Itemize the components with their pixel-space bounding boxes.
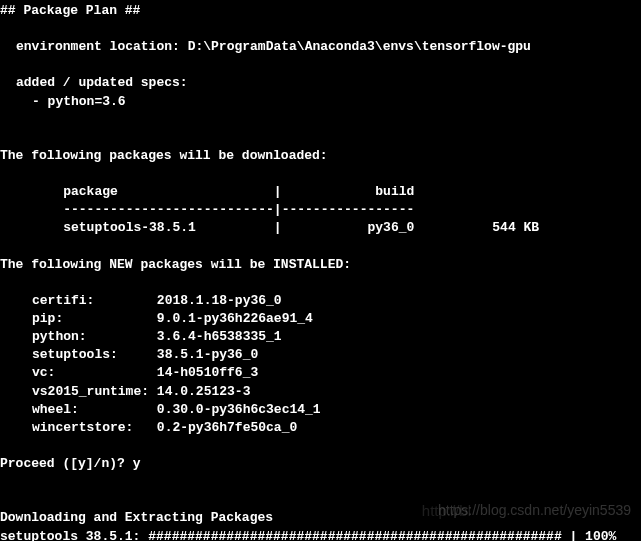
progress-bar: ########################################… <box>148 529 616 541</box>
pkg-name: vs2015_runtime: <box>32 384 149 399</box>
blank <box>0 129 641 147</box>
pkg-name: setuptools: <box>32 347 118 362</box>
pkg-row: wincertstore: 0.2-py36h7fe50ca_0 <box>0 419 641 437</box>
blank <box>0 165 641 183</box>
pkg-ver: 9.0.1-py36h226ae91_4 <box>157 311 313 326</box>
pkg-ver: 0.30.0-py36h6c3ec14_1 <box>157 402 321 417</box>
prompt-text: Proceed ([y]/n)? <box>0 456 133 471</box>
pkg-row: python: 3.6.4-h6538335_1 <box>0 328 641 346</box>
pkg-name: python: <box>32 329 87 344</box>
pkg-row: certifi: 2018.1.18-py36_0 <box>0 292 641 310</box>
table-separator: ---------------------------|------------… <box>0 201 641 219</box>
pkg-ver: 0.2-py36h7fe50ca_0 <box>157 420 297 435</box>
env-location: environment location: D:\ProgramData\Ana… <box>0 38 641 56</box>
env-label: environment location: <box>16 39 188 54</box>
pkg-ver: 38.5.1-py36_0 <box>157 347 258 362</box>
specs-item: - python=3.6 <box>0 93 641 111</box>
watermark: https://blog.csdn.net/yeyin5539 <box>438 501 631 521</box>
pkg-ver: 14.0.25123-3 <box>157 384 251 399</box>
env-path: D:\ProgramData\Anaconda3\envs\tensorflow… <box>188 39 531 54</box>
progress-label: setuptools 38.5.1: <box>0 529 148 541</box>
pkg-build: py36_0 <box>367 220 414 235</box>
pkg-name: vc: <box>32 365 55 380</box>
pkg-row: setuptools: 38.5.1-py36_0 <box>0 346 641 364</box>
proceed-prompt[interactable]: Proceed ([y]/n)? y <box>0 455 641 473</box>
blank <box>0 473 641 491</box>
blank <box>0 274 641 292</box>
blank <box>0 437 641 455</box>
col-build: build <box>375 184 414 199</box>
specs-label: added / updated specs: <box>0 74 641 92</box>
table-header: package | build <box>0 183 641 201</box>
table-row: setuptools-38.5.1 | py36_0 544 KB <box>0 219 641 237</box>
pkg-name: certifi: <box>32 293 94 308</box>
pkg-ver: 3.6.4-h6538335_1 <box>157 329 282 344</box>
blank <box>0 111 641 129</box>
prompt-answer: y <box>133 456 141 471</box>
blank <box>0 238 641 256</box>
pkg-row: vc: 14-h0510ff6_3 <box>0 364 641 382</box>
pkg-name: wincertstore: <box>32 420 133 435</box>
pkg-ver: 2018.1.18-py36_0 <box>157 293 282 308</box>
pkg-row: pip: 9.0.1-py36h226ae91_4 <box>0 310 641 328</box>
col-package: package <box>63 184 118 199</box>
pkg-size: 544 KB <box>492 220 539 235</box>
blank <box>0 56 641 74</box>
pkg-row: wheel: 0.30.0-py36h6c3ec14_1 <box>0 401 641 419</box>
pkg-ver: 14-h0510ff6_3 <box>157 365 258 380</box>
pkg-row: vs2015_runtime: 14.0.25123-3 <box>0 383 641 401</box>
pkg-name: pip: <box>32 311 63 326</box>
download-header: The following packages will be downloade… <box>0 147 641 165</box>
progress-line: setuptools 38.5.1: #####################… <box>0 528 641 541</box>
install-header: The following NEW packages will be INSTA… <box>0 256 641 274</box>
pkg-name: setuptools-38.5.1 <box>63 220 196 235</box>
pkg-name: wheel: <box>32 402 79 417</box>
plan-header: ## Package Plan ## <box>0 2 641 20</box>
sep: ---------------------------|------------… <box>63 202 414 217</box>
blank <box>0 20 641 38</box>
